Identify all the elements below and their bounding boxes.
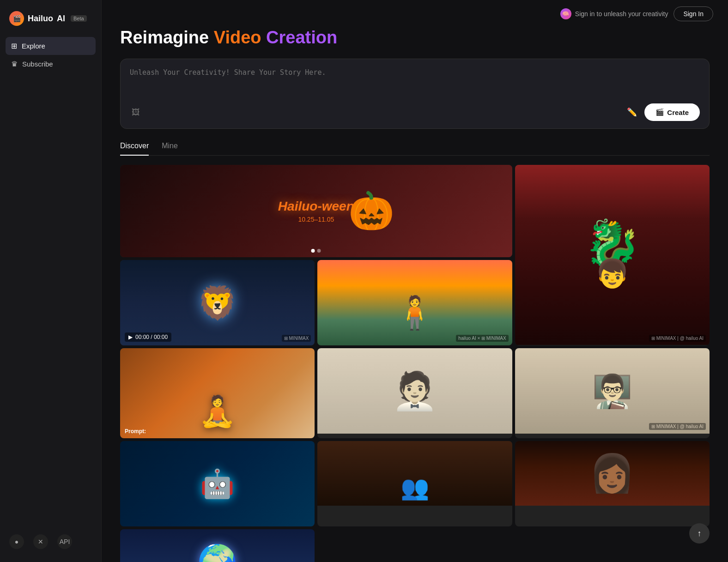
dot-2 bbox=[317, 249, 321, 253]
api-icon-btn[interactable]: API bbox=[57, 534, 72, 549]
logo-icon: 🎬 bbox=[9, 11, 24, 26]
globe-icon: 🌍 bbox=[197, 543, 237, 562]
grid-icon: ⊞ bbox=[11, 42, 17, 50]
hero-title: Reimagine Video Creation bbox=[120, 28, 710, 48]
pumpkin-icon: 🎃 bbox=[348, 189, 394, 233]
gallery-item-woman-close[interactable]: 👩🏾 bbox=[515, 441, 710, 526]
app-name: Hailuo bbox=[28, 14, 53, 24]
gallery-item-vintage-man[interactable]: 🧑‍💼 bbox=[317, 348, 512, 438]
video-timestamp: 00:00 / 00:00 bbox=[135, 334, 168, 340]
twitter-x-icon: ✕ bbox=[38, 538, 43, 545]
tab-discover[interactable]: Discover bbox=[120, 142, 149, 156]
gallery-item-einstein[interactable]: 👨‍🏫 ⊞ MINIMAX | @ hailuo AI bbox=[515, 348, 710, 438]
vintage-man-icon: 🧑‍💼 bbox=[392, 369, 438, 413]
hero-title-video: Video bbox=[214, 28, 261, 47]
banner-title: Hailuo-ween bbox=[278, 199, 354, 214]
gallery-item-dark-scene[interactable]: 👥 bbox=[317, 441, 512, 526]
ai-label: AI bbox=[57, 14, 65, 24]
sidebar: 🎬 Hailuo AI Beta ⊞ Explore ♛ Subscribe ●… bbox=[0, 0, 102, 562]
sidebar-nav: ⊞ Explore ♛ Subscribe bbox=[0, 37, 101, 529]
gallery-item-meditation[interactable]: 🧘 Prompt: bbox=[120, 348, 315, 438]
prompt-icon-group: 🖼 bbox=[130, 106, 142, 119]
create-label: Create bbox=[667, 109, 689, 116]
video-controls: ▶ 00:00 / 00:00 bbox=[125, 332, 171, 342]
gallery-item-globe[interactable]: 🌍 bbox=[120, 529, 315, 562]
gallery-item-dragon-portrait[interactable]: 🐉 👦 ⊞ MINIMAX | @ hailuo AI bbox=[515, 165, 710, 345]
magic-edit-button[interactable]: ✏️ bbox=[625, 105, 639, 119]
tech-figure-icon: 🤖 bbox=[200, 467, 235, 500]
signin-prompt-text: 🧠 Sign in to unleash your creativity bbox=[560, 8, 668, 19]
scene-figure: 👥 bbox=[400, 474, 429, 501]
twitter-icon-btn[interactable]: ✕ bbox=[33, 534, 48, 549]
tab-discover-label: Discover bbox=[120, 142, 149, 150]
gallery-tabs: Discover Mine bbox=[120, 142, 710, 156]
arrow-up-icon: ↑ bbox=[698, 529, 702, 538]
gallery-item-sunset[interactable]: 🧍 hailuo AI × ⊞ MINIMAX bbox=[317, 260, 512, 345]
create-emoji: 🎬 bbox=[655, 108, 664, 116]
tab-mine-label: Mine bbox=[162, 142, 178, 150]
topbar: 🧠 Sign in to unleash your creativity Sig… bbox=[102, 0, 728, 28]
main-content: 🧠 Sign in to unleash your creativity Sig… bbox=[102, 0, 728, 562]
sunset-figure: 🧍 bbox=[394, 294, 435, 332]
meditation-figure: 🧘 bbox=[199, 394, 236, 429]
sidebar-item-subscribe[interactable]: ♛ Subscribe bbox=[6, 55, 96, 73]
app-logo: 🎬 Hailuo AI Beta bbox=[0, 7, 101, 37]
create-button[interactable]: 🎬 Create bbox=[644, 103, 700, 121]
watermark-minimax: ⊞ MINIMAX bbox=[282, 335, 311, 342]
hero-title-creation: Creation bbox=[266, 28, 337, 47]
woman-portrait-icon: 👩🏾 bbox=[589, 452, 635, 495]
signin-prompt-label: Sign in to unleash your creativity bbox=[575, 10, 668, 18]
gallery-item-banner[interactable]: Hailuo-ween 10.25–11.05 🎃 bbox=[120, 165, 512, 257]
tab-mine[interactable]: Mine bbox=[162, 142, 178, 156]
discord-icon: ● bbox=[15, 538, 18, 545]
sidebar-bottom: ● ✕ API bbox=[0, 529, 101, 555]
prompt-label: Prompt: bbox=[125, 428, 146, 435]
scroll-top-button[interactable]: ↑ bbox=[689, 523, 710, 544]
sidebar-item-subscribe-label: Subscribe bbox=[22, 60, 53, 68]
hero-title-plain: Reimagine bbox=[120, 28, 209, 47]
gallery-item-tech[interactable]: 🤖 bbox=[120, 441, 315, 526]
signin-button[interactable]: Sign In bbox=[673, 6, 713, 21]
monster-icon: 🦁 bbox=[197, 284, 237, 322]
gallery-grid: Hailuo-ween 10.25–11.05 🎃 🐉 👦 bbox=[120, 165, 710, 562]
banner-date: 10.25–11.05 bbox=[278, 216, 354, 223]
watermark-minimax-2: ⊞ MINIMAX | @ hailuo AI bbox=[649, 423, 706, 430]
sidebar-item-explore-label: Explore bbox=[22, 42, 45, 50]
prompt-box: 🖼 ✏️ 🎬 Create bbox=[120, 59, 710, 129]
prompt-input[interactable] bbox=[130, 68, 700, 96]
slide-indicators bbox=[311, 249, 321, 253]
api-label: API bbox=[60, 538, 70, 545]
sidebar-item-explore[interactable]: ⊞ Explore bbox=[6, 37, 96, 55]
watermark-minimax-hailuo: ⊞ MINIMAX | @ hailuo AI bbox=[649, 335, 706, 342]
discord-icon-btn[interactable]: ● bbox=[9, 534, 24, 549]
image-icon: 🖼 bbox=[132, 108, 140, 117]
play-icon: ▶ bbox=[128, 334, 133, 340]
prompt-toolbar: 🖼 ✏️ 🎬 Create bbox=[130, 103, 700, 121]
dot-1 bbox=[311, 249, 315, 253]
magic-wand-icon: ✏️ bbox=[627, 108, 637, 117]
watermark-hailuo: hailuo AI × ⊞ MINIMAX bbox=[456, 335, 508, 342]
einstein-icon: 👨‍🏫 bbox=[592, 372, 632, 410]
content-area: Reimagine Video Creation 🖼 ✏️ � bbox=[102, 28, 728, 562]
beta-badge: Beta bbox=[71, 15, 87, 22]
brain-icon: 🧠 bbox=[560, 8, 571, 19]
image-upload-button[interactable]: 🖼 bbox=[130, 106, 142, 119]
crown-icon: ♛ bbox=[11, 60, 18, 68]
gallery-item-fluffy-monster[interactable]: 🦁 ▶ 00:00 / 00:00 ⊞ MINIMAX bbox=[120, 260, 315, 345]
